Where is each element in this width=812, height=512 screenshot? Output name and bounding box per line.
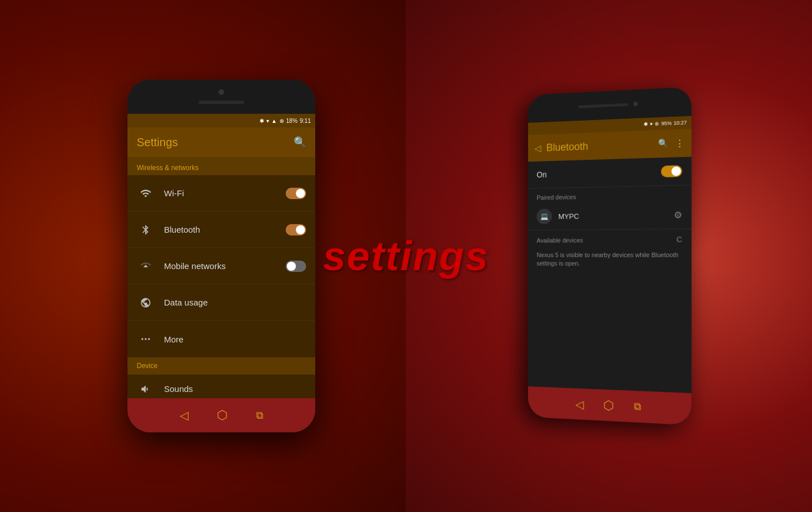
bluetooth-toggle-knob xyxy=(296,225,305,234)
signal-icon xyxy=(137,257,155,275)
back-nav-btn[interactable]: ◁ xyxy=(180,408,188,422)
bluetooth-status-icon: ✱ xyxy=(259,118,264,124)
wifi-icon xyxy=(137,184,155,203)
time-left: 9:11 xyxy=(300,118,311,124)
bt-recents-nav[interactable]: ⧉ xyxy=(633,400,641,413)
bt-more-icon[interactable]: ⋮ xyxy=(675,138,685,149)
sounds-label: Sounds xyxy=(164,384,193,394)
bt-scanning-indicator: C xyxy=(677,235,682,243)
wifi-toggle[interactable] xyxy=(286,188,306,199)
wifi-status-icon: ▾ xyxy=(266,118,269,124)
bt-computer-icon: 💻 xyxy=(537,208,552,224)
bt-visible-text: Nexus 5 is visible to nearby devices whi… xyxy=(528,246,691,274)
bt-master-toggle-knob xyxy=(671,167,681,176)
bt-device-settings-icon[interactable]: ⚙ xyxy=(674,209,682,221)
speaker-right xyxy=(578,103,629,108)
bluetooth-toggle[interactable] xyxy=(286,224,306,236)
bt-device-mypc[interactable]: 💻 MYPC ⚙ xyxy=(528,201,691,231)
battery-icon: ⊕ xyxy=(279,118,284,124)
signal-status-icon: ▲ xyxy=(271,118,277,124)
settings-content: Wireless & networks Wi-Fi xyxy=(127,157,315,398)
battery-percent: 18% xyxy=(286,118,298,124)
mobile-networks-label: Mobile networks xyxy=(164,261,286,271)
bluetooth-icon xyxy=(137,221,155,239)
bt-screen: ✱ ▾ ⊕ 95% 10:27 ◁ Bluetooth 🔍 ⋮ xyxy=(528,116,691,393)
bt-bt-icon: ✱ xyxy=(644,121,648,127)
wireless-settings-list: Wi-Fi Bluetooth xyxy=(127,175,315,357)
wifi-toggle-knob xyxy=(296,189,305,198)
bt-on-label: On xyxy=(537,170,547,179)
sounds-item[interactable]: Sounds xyxy=(127,374,315,398)
bt-wifi-icon: ▾ xyxy=(650,121,653,127)
left-phone-screen: ✱ ▾ ▲ ⊕ 18% 9:11 Settings 🔍 Wireless & n… xyxy=(127,114,315,398)
device-section-header: Device xyxy=(127,357,315,374)
mobile-toggle-knob xyxy=(287,262,296,271)
center-text: settings xyxy=(323,233,489,279)
mobile-toggle[interactable] xyxy=(286,261,306,272)
bt-search-icon[interactable]: 🔍 xyxy=(658,138,667,150)
data-usage-label: Data usage xyxy=(164,298,306,307)
wifi-item[interactable]: Wi-Fi xyxy=(127,175,315,212)
svg-point-2 xyxy=(148,338,150,340)
bt-device-name: MYPC xyxy=(558,210,674,221)
more-dots-icon xyxy=(137,330,155,348)
bt-on-row: On xyxy=(528,157,691,189)
right-phone: ✱ ▾ ⊕ 95% 10:27 ◁ Bluetooth 🔍 ⋮ xyxy=(528,86,691,425)
bluetooth-item[interactable]: Bluetooth xyxy=(127,212,315,248)
bt-title: Bluetooth xyxy=(546,138,652,154)
recents-nav-btn[interactable]: ⧉ xyxy=(256,410,263,422)
bt-available-label: Available devices xyxy=(537,237,583,243)
left-phone: ✱ ▾ ▲ ⊕ 18% 9:11 Settings 🔍 Wireless & n… xyxy=(127,80,315,432)
camera-left xyxy=(219,89,224,95)
mobile-networks-item[interactable]: Mobile networks xyxy=(127,248,315,284)
bt-back-nav[interactable]: ◁ xyxy=(575,397,583,411)
right-phone-inner: ✱ ▾ ⊕ 95% 10:27 ◁ Bluetooth 🔍 ⋮ xyxy=(528,86,691,425)
bt-header-icons: 🔍 ⋮ xyxy=(658,138,684,150)
left-nav-bar: ◁ ⬡ ⧉ xyxy=(127,398,315,432)
speaker-left xyxy=(199,101,244,104)
more-label: More xyxy=(164,335,306,344)
more-item[interactable]: More xyxy=(127,321,315,357)
left-phone-bezel-top xyxy=(127,80,315,114)
bt-master-toggle[interactable] xyxy=(661,165,682,177)
search-icon[interactable]: 🔍 xyxy=(294,136,306,148)
status-bar-left: ✱ ▾ ▲ ⊕ 18% 9:11 xyxy=(127,114,315,127)
wireless-section-header: Wireless & networks xyxy=(127,157,315,175)
settings-title: Settings xyxy=(137,136,178,149)
bt-battery: 95% xyxy=(661,120,671,126)
bt-home-nav[interactable]: ⬡ xyxy=(603,398,613,413)
data-usage-item[interactable]: Data usage xyxy=(127,284,315,321)
bt-time: 10:27 xyxy=(673,119,686,126)
bluetooth-label: Bluetooth xyxy=(164,225,286,234)
bt-content: On Paired devices 💻 MYPC ⚙ Avail xyxy=(528,157,691,393)
svg-point-1 xyxy=(145,338,147,340)
bt-signal-icon: ⊕ xyxy=(655,121,660,126)
globe-icon xyxy=(137,294,155,312)
bt-back-btn[interactable]: ◁ xyxy=(534,143,541,154)
settings-header: Settings 🔍 xyxy=(127,127,315,157)
right-phone-bottom: ◁ ⬡ ⧉ xyxy=(528,386,691,425)
svg-point-0 xyxy=(142,338,143,340)
bt-header: ◁ Bluetooth 🔍 ⋮ xyxy=(528,129,691,162)
home-nav-btn[interactable]: ⬡ xyxy=(217,408,228,423)
sound-icon xyxy=(137,380,155,398)
wifi-label: Wi-Fi xyxy=(164,188,286,198)
bt-available-header: Available devices C xyxy=(528,229,691,247)
camera-right xyxy=(633,101,638,106)
